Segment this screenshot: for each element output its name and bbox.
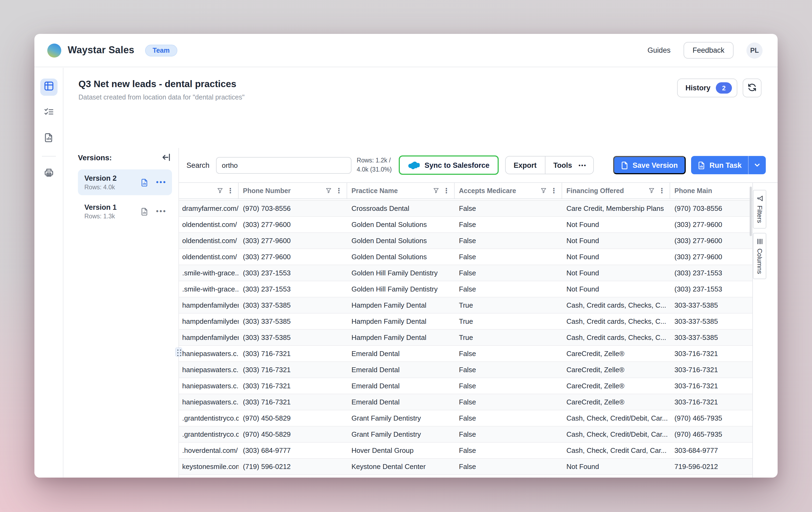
- search-label: Search: [186, 161, 210, 169]
- feedback-button[interactable]: Feedback: [683, 42, 733, 59]
- table-row[interactable]: oldendentist.com/(303) 277-9600Golden De…: [179, 217, 752, 233]
- app-logo: [47, 43, 61, 57]
- table-row[interactable]: hampdenfamilyden...(303) 337-5385Hampden…: [179, 314, 752, 330]
- table-cell: (970) 703-8556: [670, 200, 753, 216]
- checklist-icon: [44, 107, 54, 119]
- export-tools-group: Export Tools •••: [505, 156, 594, 174]
- table-cell: (303) 277-9600: [670, 249, 753, 265]
- version-menu-button[interactable]: •••: [156, 181, 167, 184]
- table-row[interactable]: .grantdentistryco.c...(970) 450-5829Gran…: [179, 410, 752, 427]
- table-cell: Care Credit, Membership Plans: [562, 200, 670, 216]
- table-cell: (303) 337-5385: [239, 297, 347, 313]
- table-cell: (303) 277-9600: [670, 217, 753, 232]
- table-row[interactable]: oldendentist.com/(303) 277-9600Golden De…: [179, 249, 752, 265]
- table-row[interactable]: hampdenfamilyden...(303) 337-5385Hampden…: [179, 297, 752, 314]
- column-menu-icon[interactable]: ⋮: [658, 187, 665, 195]
- columns-tab[interactable]: Columns: [753, 233, 766, 279]
- table-row[interactable]: eadvilledental.com/(719) 486-2060Leadvil…: [179, 475, 752, 478]
- table-row[interactable]: oldendentist.com/(303) 277-9600Golden De…: [179, 233, 752, 249]
- column-menu-icon[interactable]: ⋮: [443, 187, 450, 195]
- table-cell: False: [455, 217, 562, 232]
- column-menu-icon[interactable]: ⋮: [227, 187, 234, 195]
- column-header-website[interactable]: ⋮: [179, 183, 239, 198]
- table-cell: (303) 277-9600: [670, 233, 753, 248]
- column-menu-icon[interactable]: ⋮: [550, 187, 557, 195]
- team-badge[interactable]: Team: [145, 44, 177, 56]
- table-cell: (303) 716-7321: [239, 362, 347, 378]
- version-name: Version 1: [84, 203, 117, 211]
- salesforce-cloud-icon: [408, 161, 420, 169]
- table-row[interactable]: .smile-with-grace....(303) 237-1553Golde…: [179, 281, 752, 297]
- table-cell: hampdenfamilyden...: [179, 314, 239, 329]
- table-cell: 303-337-5385: [670, 330, 753, 345]
- search-input[interactable]: [216, 157, 351, 173]
- table-cell: Golden Hill Family Dentistry: [347, 265, 455, 281]
- column-header-practice-name[interactable]: Practice Name⋮: [347, 183, 455, 198]
- table-row[interactable]: haniepaswaters.c...(303) 716-7321Emerald…: [179, 346, 752, 362]
- table-cell: Cash, Check, Credit/Debit, Car...: [562, 427, 670, 442]
- version-row-count: Rows: 4.0k: [84, 184, 117, 190]
- vertical-scrollbar-thumb[interactable]: [750, 187, 752, 236]
- table-cell: False: [455, 346, 562, 361]
- table-cell: CareCredit, Zelle®: [562, 378, 670, 394]
- column-header-accepts-medicare[interactable]: Accepts Medicare⋮: [455, 183, 562, 198]
- nav-reports[interactable]: [40, 130, 57, 147]
- guides-link[interactable]: Guides: [647, 46, 671, 54]
- filter-funnel-icon[interactable]: [326, 188, 331, 194]
- column-header-phone-main[interactable]: Phone Main: [670, 183, 753, 198]
- run-task-button[interactable]: Run Task: [691, 161, 748, 169]
- table-cell: False: [455, 200, 562, 216]
- table-row[interactable]: haniepaswaters.c...(303) 716-7321Emerald…: [179, 362, 752, 378]
- sync-to-salesforce-button[interactable]: Sync to Salesforce: [399, 156, 499, 175]
- row-drag-handle[interactable]: [176, 348, 182, 356]
- table-row[interactable]: keystonesmile.com/(719) 596-0212Keystone…: [179, 459, 752, 475]
- table-row[interactable]: .smile-with-grace....(303) 237-1553Golde…: [179, 265, 752, 281]
- version-item-2[interactable]: Version 2 Rows: 4.0k •••: [78, 169, 172, 195]
- table-cell: False: [455, 394, 562, 410]
- export-button[interactable]: Export: [506, 157, 546, 174]
- filter-funnel-icon[interactable]: [541, 188, 547, 194]
- column-header-phone-number[interactable]: Phone Number⋮: [239, 183, 347, 198]
- column-label: Accepts Medicare: [459, 187, 538, 194]
- chevron-down-icon: [754, 162, 760, 168]
- nav-tasks[interactable]: [40, 104, 57, 122]
- column-menu-icon[interactable]: ⋮: [335, 187, 342, 195]
- version-menu-button[interactable]: •••: [156, 210, 167, 213]
- filter-funnel-icon[interactable]: [649, 188, 655, 194]
- table-header-row: ⋮Phone Number⋮Practice Name⋮Accepts Medi…: [179, 183, 752, 199]
- history-button[interactable]: History 2: [677, 79, 737, 97]
- column-label: Practice Name: [351, 187, 430, 194]
- table-row[interactable]: .grantdentistryco.c...(970) 450-5829Gran…: [179, 427, 752, 442]
- table-row[interactable]: .hoverdental.com/(303) 684-9777Hover Den…: [179, 442, 752, 459]
- nav-table-view[interactable]: [40, 79, 57, 96]
- table-cell: (303) 337-5385: [239, 330, 347, 345]
- run-task-dropdown-button[interactable]: [748, 156, 766, 174]
- filter-funnel-icon[interactable]: [217, 188, 223, 194]
- table-cell: haniepaswaters.c...: [179, 378, 239, 394]
- table-row[interactable]: haniepaswaters.c...(303) 716-7321Emerald…: [179, 378, 752, 394]
- table-cell: Emerald Dental: [347, 346, 455, 361]
- table-row[interactable]: hampdenfamilyden...(303) 337-5385Hampden…: [179, 330, 752, 346]
- save-version-button[interactable]: Save Version: [613, 156, 686, 174]
- filter-funnel-icon[interactable]: [433, 188, 439, 194]
- table-row[interactable]: haniepaswaters.c...(303) 716-7321Emerald…: [179, 394, 752, 410]
- version-item-1[interactable]: Version 1 Rows: 1.3k •••: [78, 198, 172, 224]
- table-row[interactable]: dramyfarmer.com/(970) 703-8556Crossroads…: [179, 200, 752, 217]
- tools-button[interactable]: Tools: [545, 157, 576, 174]
- nav-print[interactable]: [40, 165, 57, 182]
- table-cell: .smile-with-grace....: [179, 265, 239, 281]
- columns-tab-label: Columns: [756, 248, 763, 274]
- user-avatar[interactable]: PL: [747, 42, 762, 58]
- filters-tab[interactable]: Filters: [753, 190, 766, 228]
- table-cell: Hampden Family Dental: [347, 330, 455, 345]
- file-icon: [621, 161, 628, 169]
- table-cell: (303) 716-7321: [239, 378, 347, 394]
- collapse-panel-button[interactable]: [162, 153, 171, 162]
- save-version-label: Save Version: [633, 161, 678, 169]
- column-header-financing-offered[interactable]: Financing Offered⋮: [562, 183, 670, 198]
- table-cell: Grant Family Dentistry: [347, 427, 455, 442]
- more-options-button[interactable]: •••: [576, 162, 593, 168]
- refresh-button[interactable]: [743, 79, 761, 97]
- run-task-label: Run Task: [709, 161, 742, 169]
- data-grid: ⋮Phone Number⋮Practice Name⋮Accepts Medi…: [179, 183, 753, 478]
